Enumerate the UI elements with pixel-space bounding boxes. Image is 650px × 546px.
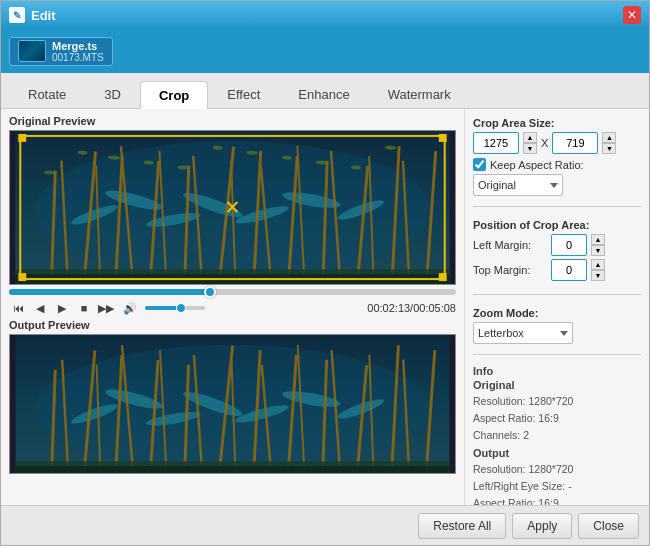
prev-frame-button[interactable]: ◀ <box>31 299 49 317</box>
left-margin-row: Left Margin: ▲ ▼ <box>473 234 641 256</box>
left-margin-label: Left Margin: <box>473 239 547 251</box>
x-separator: X <box>541 137 548 149</box>
file-bar: Merge.ts 00173.MTS <box>1 29 649 73</box>
tab-3d[interactable]: 3D <box>85 80 140 108</box>
app-icon: ✎ <box>9 7 25 23</box>
info-label: Info <box>473 365 641 377</box>
tab-effect[interactable]: Effect <box>208 80 279 108</box>
volume-icon: 🔊 <box>123 302 137 315</box>
left-margin-up[interactable]: ▲ <box>591 234 605 245</box>
restore-all-button[interactable]: Restore All <box>418 513 506 539</box>
output-preview <box>9 334 456 474</box>
divider-1 <box>473 206 641 207</box>
file-name: Merge.ts <box>52 40 104 52</box>
time-display: 00:02:13/00:05:08 <box>367 302 456 314</box>
width-down-btn[interactable]: ▼ <box>523 143 537 154</box>
info-section: Info Original Resolution: 1280*720 Aspec… <box>473 365 641 505</box>
main-content: Original Preview <box>1 109 649 505</box>
crop-size-row: ▲ ▼ X ▲ ▼ <box>473 132 641 154</box>
zoom-mode-dropdown[interactable]: Letterbox Pan&Scan Full <box>473 322 573 344</box>
title-bar-left: ✎ Edit <box>9 7 56 23</box>
orig-resolution: Resolution: 1280*720 <box>473 393 641 410</box>
original-preview <box>9 130 456 285</box>
volume-bar[interactable] <box>145 306 205 310</box>
seek-fill <box>9 289 210 295</box>
orig-aspect: Aspect Ratio: 16:9 <box>473 410 641 427</box>
left-margin-down[interactable]: ▼ <box>591 245 605 256</box>
top-margin-up[interactable]: ▲ <box>591 259 605 270</box>
height-up-btn[interactable]: ▲ <box>602 132 616 143</box>
position-label: Position of Crop Area: <box>473 219 641 231</box>
skip-back-button[interactable]: ⏮ <box>9 299 27 317</box>
output-info: Output Resolution: 1280*720 Left/Right E… <box>473 447 641 505</box>
top-margin-label: Top Margin: <box>473 264 547 276</box>
output-info-label: Output <box>473 447 641 459</box>
svg-rect-85 <box>16 466 450 473</box>
divider-3 <box>473 354 641 355</box>
stop-button[interactable]: ■ <box>75 299 93 317</box>
svg-rect-47 <box>439 134 447 142</box>
out-eye-size: Left/Right Eye Size: - <box>473 478 641 495</box>
bottom-bar: Restore All Apply Close <box>1 505 649 545</box>
aspect-ratio-dropdown[interactable]: Original 16:9 4:3 1:1 <box>473 174 563 196</box>
right-panel: Crop Area Size: ▲ ▼ X ▲ ▼ Ke <box>464 109 649 505</box>
seek-bar[interactable] <box>9 289 456 295</box>
title-bar: ✎ Edit ✕ <box>1 1 649 29</box>
original-preview-label: Original Preview <box>9 115 456 127</box>
svg-rect-48 <box>18 273 26 281</box>
crop-height-input[interactable] <box>552 132 598 154</box>
file-thumbnail <box>18 40 46 62</box>
close-button[interactable]: ✕ <box>623 6 641 24</box>
top-margin-spinner[interactable]: ▲ ▼ <box>591 259 605 281</box>
left-margin-spinner[interactable]: ▲ ▼ <box>591 234 605 256</box>
original-video-svg <box>10 131 455 284</box>
svg-rect-46 <box>18 134 26 142</box>
tab-watermark[interactable]: Watermark <box>369 80 470 108</box>
transport-bar: ⏮ ◀ ▶ ■ ▶▶ 🔊 00:02:13/00:05:08 <box>9 299 456 317</box>
out-resolution: Resolution: 1280*720 <box>473 461 641 478</box>
left-margin-input[interactable] <box>551 234 587 256</box>
position-section: Position of Crop Area: Left Margin: ▲ ▼ … <box>473 219 641 284</box>
keep-aspect-row: Keep Aspect Ratio: <box>473 158 641 171</box>
volume-thumb[interactable] <box>176 303 186 313</box>
output-video-svg <box>10 335 455 473</box>
tab-crop[interactable]: Crop <box>140 81 208 109</box>
keep-aspect-label: Keep Aspect Ratio: <box>490 159 584 171</box>
apply-button[interactable]: Apply <box>512 513 572 539</box>
svg-rect-49 <box>439 273 447 281</box>
file-item[interactable]: Merge.ts 00173.MTS <box>9 37 113 66</box>
tab-rotate[interactable]: Rotate <box>9 80 85 108</box>
left-panel: Original Preview <box>1 109 464 505</box>
tabs-bar: Rotate 3D Crop Effect Enhance Watermark <box>1 73 649 109</box>
window-title: Edit <box>31 8 56 23</box>
output-preview-label: Output Preview <box>9 319 456 331</box>
crop-area-size-section: Crop Area Size: ▲ ▼ X ▲ ▼ Ke <box>473 117 641 196</box>
edit-window: ✎ Edit ✕ Merge.ts 00173.MTS Rotate 3D Cr… <box>0 0 650 546</box>
top-margin-row: Top Margin: ▲ ▼ <box>473 259 641 281</box>
zoom-section: Zoom Mode: Letterbox Pan&Scan Full <box>473 307 641 344</box>
top-margin-input[interactable] <box>551 259 587 281</box>
top-margin-down[interactable]: ▼ <box>591 270 605 281</box>
width-spinner[interactable]: ▲ ▼ <box>523 132 537 154</box>
keep-aspect-checkbox[interactable] <box>473 158 486 171</box>
seek-thumb[interactable] <box>204 286 216 298</box>
height-down-btn[interactable]: ▼ <box>602 143 616 154</box>
divider-2 <box>473 294 641 295</box>
file-info: Merge.ts 00173.MTS <box>52 40 104 63</box>
width-up-btn[interactable]: ▲ <box>523 132 537 143</box>
file-subtitle: 00173.MTS <box>52 52 104 63</box>
original-info-label: Original <box>473 379 641 391</box>
next-frame-button[interactable]: ▶▶ <box>97 299 115 317</box>
height-spinner[interactable]: ▲ ▼ <box>602 132 616 154</box>
seek-bar-area: ⏮ ◀ ▶ ■ ▶▶ 🔊 00:02:13/00:05:08 <box>9 285 456 319</box>
crop-area-size-label: Crop Area Size: <box>473 117 641 129</box>
play-button[interactable]: ▶ <box>53 299 71 317</box>
orig-channels: Channels: 2 <box>473 427 641 444</box>
zoom-label: Zoom Mode: <box>473 307 641 319</box>
crop-width-input[interactable] <box>473 132 519 154</box>
tab-enhance[interactable]: Enhance <box>279 80 368 108</box>
close-button-bottom[interactable]: Close <box>578 513 639 539</box>
out-aspect: Aspect Ratio: 16:9 <box>473 495 641 505</box>
